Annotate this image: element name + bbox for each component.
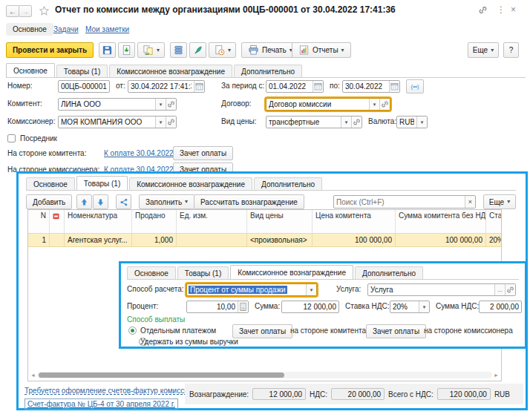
vat-sum-field[interactable] (479, 301, 522, 313)
get-link-icon[interactable] (477, 4, 488, 16)
fill-button[interactable]: Заполнить▾ (139, 194, 194, 209)
change-form-button[interactable] (116, 194, 131, 209)
calendar-icon[interactable] (194, 81, 204, 92)
calculator-icon[interactable] (238, 301, 248, 312)
choose-icon[interactable]: ... (494, 284, 505, 295)
committent-offset-payment-button[interactable]: Зачет оплаты (173, 146, 233, 160)
date-field[interactable] (128, 80, 205, 93)
dropdown-icon[interactable]: ▾ (341, 117, 351, 128)
back-button[interactable]: ← (6, 5, 19, 17)
period-picker-button[interactable]: (••) (406, 79, 424, 93)
more-button[interactable]: Еще▾ (468, 42, 499, 58)
dropdown-icon[interactable]: ▾ (419, 301, 429, 312)
cell-n[interactable]: 1 (28, 234, 50, 246)
dropdown-icon[interactable]: ▾ (306, 284, 316, 295)
currency-field[interactable]: ▾ (396, 116, 428, 128)
tab-main[interactable]: Основное (6, 63, 55, 77)
horizontal-scrollbar[interactable]: ◄ ► (30, 371, 499, 379)
print-button[interactable]: Печать▾ (241, 42, 299, 58)
cell-unit[interactable] (177, 234, 247, 246)
dropdown-icon[interactable]: ▾ (416, 117, 427, 128)
calendar-icon[interactable] (313, 81, 323, 92)
favorite-star-icon[interactable] (39, 5, 50, 16)
column-price-kind[interactable]: Вид цены (247, 210, 313, 233)
service-input[interactable] (368, 284, 494, 295)
vat-sum-input[interactable] (480, 301, 521, 312)
column-committent-sum[interactable]: Сумма комитента без НДС (396, 210, 486, 233)
intermediary-checkbox[interactable] (7, 134, 16, 142)
number-input[interactable] (59, 81, 109, 92)
dropdown-icon[interactable]: ▾ (155, 99, 166, 110)
tab-main[interactable]: Основное (26, 177, 75, 190)
percent-field[interactable] (186, 301, 249, 313)
goods-more-button[interactable]: Еще▾ (483, 194, 516, 209)
contract-field[interactable]: ▾ (266, 98, 390, 111)
period-from-field[interactable] (266, 80, 324, 93)
committent-input[interactable] (59, 99, 155, 110)
search-input[interactable] (334, 196, 465, 208)
vat-rate-field[interactable]: ▾ (390, 301, 430, 313)
offset-payment-committent-button[interactable]: Зачет оплаты (232, 324, 292, 338)
search-field[interactable]: × (333, 195, 476, 209)
table-row[interactable]: 1 Агентская услуг... 1,000 <произвольная… (28, 234, 501, 247)
dropdown-icon[interactable]: ▾ (369, 99, 379, 110)
tab-goods[interactable]: Товары (1) (56, 65, 108, 77)
scroll-left-icon[interactable]: ◄ (30, 373, 36, 378)
close-icon[interactable]: × (511, 4, 516, 15)
attached-files-button[interactable]: ▾ (209, 42, 236, 58)
offset-payment-commissioner-button[interactable]: Зачет оплаты (366, 324, 426, 338)
move-up-button[interactable] (76, 194, 92, 209)
tab-goods[interactable]: Товары (1) (76, 176, 128, 190)
tab-commission[interactable]: Комиссионное вознаграждение (109, 65, 232, 77)
calculate-reward-button[interactable]: Рассчитать вознаграждение (194, 194, 304, 209)
open-link-icon[interactable] (505, 284, 515, 295)
contract-input[interactable] (266, 99, 369, 110)
nav-item-notes[interactable]: Мои заметки (85, 25, 129, 33)
forward-button[interactable]: → (19, 5, 32, 17)
cell-nomenclature[interactable]: Агентская услуг... (65, 234, 132, 246)
save-button[interactable] (99, 42, 116, 58)
tab-additional[interactable]: Дополнительно (254, 177, 322, 190)
tab-additional[interactable]: Дополнительно (234, 65, 302, 77)
column-nomenclature[interactable]: Номенклатура (65, 210, 132, 233)
vat-rate-input[interactable] (390, 301, 419, 312)
column-flag[interactable] (50, 210, 65, 233)
post-document-button[interactable] (118, 42, 135, 58)
tab-additional[interactable]: Дополнительно (355, 266, 423, 279)
commissioner-input[interactable] (59, 117, 155, 128)
calc-method-field[interactable]: Процент от суммы продажи▾ (186, 283, 317, 296)
payout-separate-radio[interactable] (128, 327, 137, 335)
scroll-right-icon[interactable]: ► (494, 373, 499, 378)
open-link-icon[interactable] (166, 117, 176, 128)
cell-flag[interactable] (50, 234, 65, 246)
column-committent-price[interactable]: Цена комитента (313, 210, 396, 233)
period-to-field[interactable] (342, 80, 400, 93)
period-to-input[interactable] (343, 81, 389, 92)
currency-input[interactable] (397, 117, 416, 128)
cell-price-kind[interactable]: <произвольная> (247, 234, 313, 246)
calendar-icon[interactable] (389, 81, 399, 92)
payout-separate-label[interactable]: Отдельным платежом (140, 327, 216, 335)
open-link-icon[interactable] (379, 99, 390, 110)
committent-field[interactable]: ▾ (58, 98, 177, 111)
payout-withhold-label[interactable]: Удержать из суммы выручки (140, 338, 238, 346)
sum-input[interactable] (282, 301, 338, 312)
register-records-button[interactable] (170, 42, 187, 58)
tab-goods[interactable]: Товары (1) (177, 266, 229, 279)
move-down-button[interactable] (93, 194, 108, 209)
invoice-link[interactable]: Счет-фактура № ЦБ-4 от 30 апреля 2022 г. (24, 398, 178, 410)
scrollbar-thumb[interactable] (39, 373, 284, 378)
nav-item-tasks[interactable]: Задачи (53, 25, 79, 33)
percent-input[interactable] (187, 301, 238, 312)
column-vat-rate[interactable]: Ста (486, 210, 502, 233)
tab-commission[interactable]: Комиссионное вознаграждение (129, 177, 252, 190)
committent-payment-due-link[interactable]: К оплате 30.04.2022 (104, 149, 174, 157)
clear-search-icon[interactable]: × (465, 196, 475, 208)
open-link-icon[interactable] (351, 117, 361, 128)
reports-button[interactable]: Отчеты▾ (292, 42, 351, 58)
column-unit[interactable]: Ед. изм. (177, 210, 247, 233)
price-type-field[interactable]: ▾ (266, 116, 362, 128)
sign-button[interactable] (189, 42, 206, 58)
scrollbar-track[interactable] (37, 372, 492, 378)
nav-item-main[interactable]: Основное (6, 23, 53, 36)
